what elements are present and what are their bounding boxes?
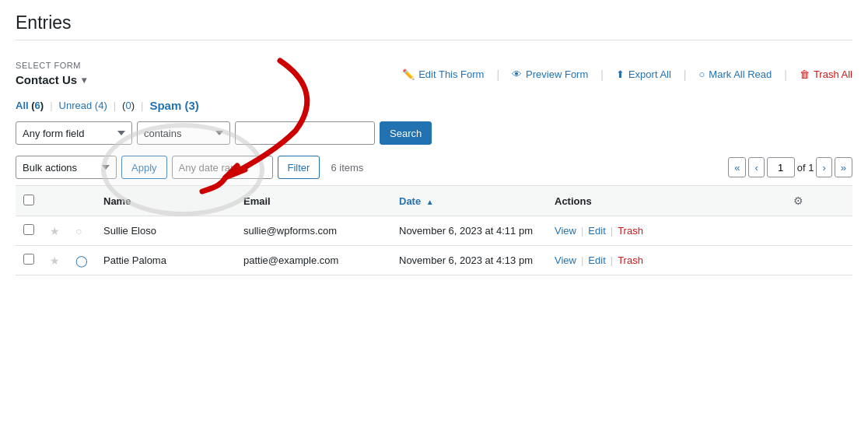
row-read-cell: ○ xyxy=(68,216,96,246)
tab-unread-count: 4 xyxy=(98,100,103,111)
of-total: of 1 xyxy=(797,162,814,174)
separator: | xyxy=(496,68,499,81)
date-range-input[interactable] xyxy=(172,156,273,179)
row-actions: View | Edit | Trash xyxy=(555,225,775,237)
col-header-gear: ⚙ xyxy=(783,186,852,216)
tab-spam[interactable]: Spam (3) xyxy=(149,99,198,112)
entries-table: Name Email Date ▲ Actions ⚙ ★ ○ Sullie E… xyxy=(16,185,852,275)
trash-all-label: Trash All xyxy=(814,68,852,80)
preview-form-label: Preview Form xyxy=(526,68,588,80)
select-all-checkbox[interactable] xyxy=(23,195,34,205)
col-header-read xyxy=(68,186,96,216)
apply-bulk-button[interactable]: Apply xyxy=(121,156,167,179)
next-page-button[interactable]: › xyxy=(816,157,831,177)
row-checkbox-cell xyxy=(16,246,42,275)
row-extra xyxy=(783,216,852,246)
form-select-row: SELECT FORM Contact Us ▾ ✏️ Edit This Fo… xyxy=(16,53,852,93)
tab-bar: All (6) | Unread (4) | (0) | Spam (3) xyxy=(16,93,852,117)
tab-separator3: | xyxy=(141,100,143,111)
actions-row: Bulk actions Mark as Read Mark as Unread… xyxy=(16,151,852,185)
row-read-cell: ◯ xyxy=(68,246,96,275)
action-sep2: | xyxy=(611,254,613,266)
row-date: November 6, 2023 at 4:11 pm xyxy=(391,216,547,246)
trash-all-link[interactable]: 🗑 Trash All xyxy=(800,68,852,80)
trash-icon: 🗑 xyxy=(800,68,810,80)
pagination: « ‹ of 1 › » xyxy=(728,157,852,177)
trash-link[interactable]: Trash xyxy=(618,225,643,237)
row-checkbox-cell xyxy=(16,216,42,246)
edit-link[interactable]: Edit xyxy=(588,254,605,266)
preview-form-link[interactable]: 👁 Preview Form xyxy=(512,68,588,80)
form-actions: ✏️ Edit This Form | 👁 Preview Form | ⬆ E… xyxy=(402,68,852,81)
row-name: Sullie Eloso xyxy=(96,216,236,246)
tab-trash-count: 0 xyxy=(125,100,131,111)
col-header-email: Email xyxy=(236,186,391,216)
edit-icon: ✏️ xyxy=(402,68,415,80)
column-settings-button[interactable]: ⚙ xyxy=(791,192,806,209)
row-email: sullie@wpforms.com xyxy=(236,216,391,246)
star-icon[interactable]: ★ xyxy=(50,254,60,267)
row-actions-cell: View | Edit | Trash xyxy=(547,216,783,246)
row-extra xyxy=(783,246,852,275)
sort-arrow-icon: ▲ xyxy=(426,198,434,206)
read-circle-icon[interactable]: ○ xyxy=(75,225,82,237)
first-page-button[interactable]: « xyxy=(728,157,746,177)
mark-read-icon: ○ xyxy=(698,68,705,80)
edit-form-label: Edit This Form xyxy=(418,68,484,80)
col-header-actions: Actions xyxy=(547,186,783,216)
select-form-label: SELECT FORM xyxy=(16,61,86,70)
unread-circle-icon[interactable]: ◯ xyxy=(75,254,88,267)
last-page-button[interactable]: » xyxy=(835,157,852,177)
bulk-select-group: Bulk actions Mark as Read Mark as Unread… xyxy=(16,156,167,179)
row-actions: View | Edit | Trash xyxy=(555,254,775,266)
separator4: | xyxy=(784,68,787,81)
row-actions-cell: View | Edit | Trash xyxy=(547,246,783,275)
field-select[interactable]: Any form field Name Email Date xyxy=(16,121,132,145)
action-sep2: | xyxy=(611,225,613,237)
row-checkbox[interactable] xyxy=(23,224,34,235)
edit-link[interactable]: Edit xyxy=(588,225,605,237)
filter-button[interactable]: Filter xyxy=(278,156,320,179)
tab-all-label: All xyxy=(16,100,29,111)
eye-icon: 👁 xyxy=(512,68,522,80)
mark-read-label: Mark All Read xyxy=(709,68,772,80)
separator2: | xyxy=(600,68,604,81)
row-star-cell: ★ xyxy=(42,246,68,275)
row-email: pattie@example.com xyxy=(236,246,391,275)
separator3: | xyxy=(684,68,687,81)
col-header-name: Name xyxy=(96,186,236,216)
edit-form-link[interactable]: ✏️ Edit This Form xyxy=(402,68,484,80)
row-checkbox[interactable] xyxy=(23,254,34,265)
trash-link[interactable]: Trash xyxy=(618,254,643,266)
tab-separator2: | xyxy=(114,100,116,111)
current-form-name: Contact Us xyxy=(16,73,77,86)
form-selector-button[interactable]: Contact Us ▾ xyxy=(16,72,86,88)
filter-row: Any form field Name Email Date contains … xyxy=(16,117,852,151)
row-name: Pattie Paloma xyxy=(96,246,236,275)
export-link[interactable]: ⬆ Export All xyxy=(616,68,671,80)
export-label: Export All xyxy=(628,68,671,80)
tab-all[interactable]: All (6) xyxy=(16,100,44,111)
star-icon[interactable]: ★ xyxy=(50,225,60,237)
page-number-input[interactable] xyxy=(767,157,795,177)
form-selector-wrap: SELECT FORM Contact Us ▾ xyxy=(16,61,86,88)
search-value-input[interactable] xyxy=(235,121,375,145)
tab-spam-label: Spam xyxy=(149,99,181,112)
view-link[interactable]: View xyxy=(555,225,576,237)
action-sep1: | xyxy=(581,254,583,266)
col-header-star xyxy=(42,186,68,216)
prev-page-button[interactable]: ‹ xyxy=(748,157,764,177)
tab-separator1: | xyxy=(50,100,52,111)
tab-unread[interactable]: Unread (4) xyxy=(59,100,107,111)
row-date: November 6, 2023 at 4:13 pm xyxy=(391,246,547,275)
tab-unread-label: Unread xyxy=(59,100,93,111)
mark-all-read-link[interactable]: ○ Mark All Read xyxy=(698,68,772,80)
col-header-date[interactable]: Date ▲ xyxy=(391,186,547,216)
row-star-cell: ★ xyxy=(42,216,68,246)
bulk-actions-select[interactable]: Bulk actions Mark as Read Mark as Unread… xyxy=(16,156,117,179)
search-button[interactable]: Search xyxy=(380,121,432,145)
chevron-down-icon: ▾ xyxy=(82,75,86,86)
contains-select[interactable]: contains does not contain is is not xyxy=(137,121,230,145)
action-sep1: | xyxy=(581,225,583,237)
view-link[interactable]: View xyxy=(555,254,576,266)
